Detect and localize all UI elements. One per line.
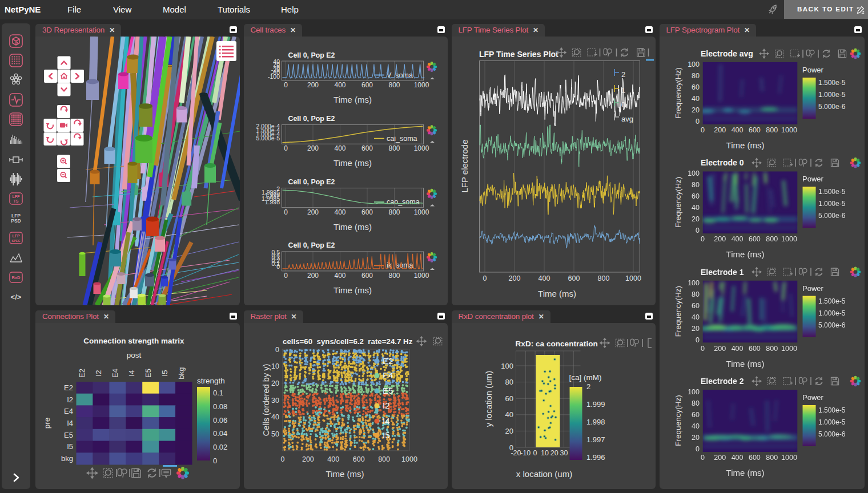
- svg-text:800: 800: [388, 144, 400, 152]
- svg-text:1.500e-5: 1.500e-5: [818, 188, 846, 196]
- svg-text:400: 400: [334, 81, 345, 89]
- svg-text:Power: Power: [802, 393, 824, 402]
- svg-text:400: 400: [327, 455, 339, 463]
- svg-text:Cell 0, Pop E2: Cell 0, Pop E2: [288, 115, 335, 123]
- svg-text:Frequency(Hz): Frequency(Hz): [674, 177, 682, 228]
- svg-text:pre: pre: [43, 418, 51, 429]
- svg-text:80: 80: [505, 378, 513, 386]
- svg-text:20: 20: [505, 427, 513, 435]
- svg-text:200: 200: [307, 144, 318, 152]
- svg-text:400: 400: [538, 274, 550, 282]
- svg-text:0: 0: [275, 346, 279, 354]
- svg-text:100: 100: [501, 362, 513, 370]
- svg-text:Time (ms): Time (ms): [333, 158, 372, 168]
- svg-text:20: 20: [692, 215, 700, 223]
- svg-text:post: post: [127, 351, 142, 359]
- svg-text:Power: Power: [802, 284, 824, 293]
- svg-text:-20: -20: [511, 449, 521, 457]
- svg-text:avg: avg: [621, 115, 633, 123]
- svg-text:0.08: 0.08: [213, 402, 227, 411]
- svg-text:60: 60: [692, 411, 700, 419]
- svg-text:0: 0: [696, 445, 700, 453]
- svg-text:800: 800: [766, 454, 778, 462]
- svg-text:600: 600: [568, 274, 580, 282]
- svg-text:1000: 1000: [413, 81, 429, 89]
- svg-text:400: 400: [334, 272, 345, 280]
- svg-text:I5: I5: [67, 442, 73, 451]
- svg-text:Cell 0, Pop E2: Cell 0, Pop E2: [288, 51, 335, 59]
- svg-text:40: 40: [505, 410, 513, 419]
- svg-text:1: 1: [621, 86, 625, 95]
- svg-text:0: 0: [701, 235, 705, 243]
- svg-text:30: 30: [271, 397, 279, 405]
- svg-text:I5: I5: [383, 430, 390, 440]
- svg-text:1.996: 1.996: [586, 453, 605, 462]
- svg-text:0: 0: [280, 455, 284, 463]
- svg-text:RxD: RxD: [11, 275, 21, 280]
- svg-text:0: 0: [701, 126, 705, 134]
- svg-text:0: 0: [696, 227, 700, 235]
- svg-text:1000: 1000: [413, 208, 429, 216]
- svg-text:80: 80: [692, 290, 700, 298]
- svg-text:0: 0: [483, 274, 487, 282]
- svg-text:I4: I4: [127, 370, 136, 377]
- svg-text:40: 40: [692, 313, 700, 321]
- svg-text:I4: I4: [67, 419, 73, 427]
- svg-text:1.500e-5: 1.500e-5: [818, 406, 846, 414]
- svg-text:800: 800: [378, 455, 390, 463]
- svg-text:</>: </>: [11, 293, 22, 301]
- svg-text:1000: 1000: [781, 345, 797, 353]
- svg-text:200: 200: [307, 81, 318, 89]
- svg-text:0: 0: [213, 456, 217, 465]
- svg-text:600: 600: [361, 208, 372, 216]
- svg-text:40: 40: [271, 413, 279, 421]
- svg-text:200: 200: [714, 454, 726, 462]
- svg-text:1.999: 1.999: [586, 400, 605, 409]
- svg-text:[ca] (mM): [ca] (mM): [569, 373, 601, 382]
- svg-text:800: 800: [766, 126, 778, 134]
- svg-text:PSD: PSD: [11, 218, 21, 224]
- svg-text:cao_soma: cao_soma: [387, 198, 420, 206]
- svg-text:600: 600: [748, 235, 760, 243]
- svg-text:LFP: LFP: [12, 195, 20, 199]
- svg-text:1.500e-5: 1.500e-5: [818, 297, 846, 305]
- svg-text:200: 200: [307, 272, 318, 280]
- svg-text:5.000e-6: 5.000e-6: [818, 212, 846, 220]
- svg-text:0: 0: [696, 118, 700, 126]
- svg-text:20: 20: [692, 325, 700, 333]
- svg-text:1.998: 1.998: [586, 418, 605, 426]
- svg-text:Time (ms): Time (ms): [726, 249, 764, 259]
- svg-text:60: 60: [692, 83, 700, 91]
- svg-text:60: 60: [505, 394, 513, 403]
- svg-text:Electrode 1: Electrode 1: [701, 268, 744, 277]
- svg-text:1000: 1000: [625, 274, 641, 282]
- svg-text:1.000e-5: 1.000e-5: [818, 91, 846, 99]
- svg-text:bkg: bkg: [177, 367, 186, 379]
- svg-text:600: 600: [361, 272, 372, 280]
- svg-text:LFP Time Series Plot: LFP Time Series Plot: [479, 50, 558, 59]
- svg-text:400: 400: [731, 454, 743, 462]
- svg-text:20: 20: [692, 106, 700, 114]
- svg-text:40: 40: [692, 204, 700, 212]
- svg-text:Time (ms): Time (ms): [538, 289, 576, 298]
- svg-text:Cells (ordered by y): Cells (ordered by y): [262, 364, 271, 437]
- svg-text:10: 10: [540, 449, 548, 457]
- svg-text:10: 10: [271, 362, 279, 370]
- svg-text:E5: E5: [64, 431, 73, 439]
- svg-text:0: 0: [284, 272, 288, 280]
- svg-text:800: 800: [388, 81, 400, 89]
- svg-text:40: 40: [692, 95, 700, 103]
- svg-text:200: 200: [307, 208, 318, 216]
- svg-text:1000: 1000: [781, 454, 797, 462]
- svg-text:200: 200: [714, 345, 726, 353]
- svg-text:400: 400: [334, 208, 345, 216]
- svg-text:E4: E4: [64, 407, 73, 415]
- svg-text:LFP: LFP: [12, 234, 20, 238]
- svg-text:0: 0: [276, 263, 280, 270]
- svg-text:E5: E5: [144, 369, 152, 378]
- svg-text:Cell 0, Pop E2: Cell 0, Pop E2: [288, 178, 335, 186]
- svg-text:1.500e-5: 1.500e-5: [818, 79, 846, 87]
- svg-text:Electrode 0: Electrode 0: [701, 158, 744, 167]
- svg-text:cai_soma: cai_soma: [387, 135, 417, 143]
- svg-text:Connection strength matrix: Connection strength matrix: [83, 337, 184, 345]
